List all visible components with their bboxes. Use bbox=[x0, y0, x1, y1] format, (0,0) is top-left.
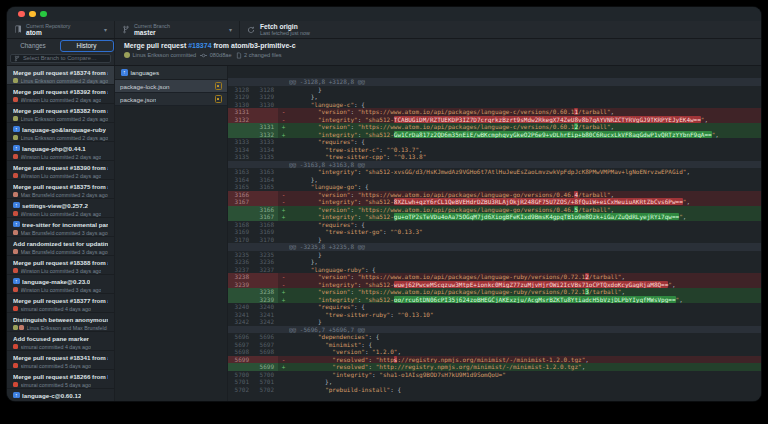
diff-line[interactable]: 31293129 }, bbox=[228, 93, 761, 101]
new-line-number: 3240 bbox=[253, 303, 278, 311]
diff-line[interactable]: 3238- "version": "https://www.atom.io/ap… bbox=[228, 273, 761, 281]
diff-line[interactable]: 32353235 } bbox=[228, 251, 761, 259]
history-commit-item[interactable]: Merge pull request #18266 from Rya… simu… bbox=[7, 370, 114, 389]
new-line-number bbox=[253, 191, 278, 199]
diff-line[interactable]: 31683168 "requires": { bbox=[228, 221, 761, 229]
diff-line[interactable]: 3131- "version": "https://www.atom.io/ap… bbox=[228, 108, 761, 116]
history-commit-item[interactable]: ↑ language-go&language-ruby Linus Erikss… bbox=[7, 123, 114, 142]
diff-line[interactable]: 32373237 "language-ruby": { bbox=[228, 266, 761, 274]
pr-number-link[interactable]: #18374 bbox=[188, 42, 211, 49]
diff-line[interactable]: 3167- "integrity": "sha512-8XZLwh+qzY6rC… bbox=[228, 198, 761, 206]
diff-line[interactable]: 31353135 "tree-sitter-cpp": "^0.13.8" bbox=[228, 153, 761, 161]
diff-line[interactable]: 56965696 "dependencies": { bbox=[228, 333, 761, 341]
diff-line[interactable]: 3239+ "integrity": "sha512-oo/rcu6tDN06c… bbox=[228, 296, 761, 304]
arrow-up-emoji-icon: ↑ bbox=[13, 392, 20, 399]
history-commit-item[interactable]: Distinguish between anonymous * to… Linu… bbox=[7, 313, 114, 332]
diff-line[interactable]: 32363236 }, bbox=[228, 258, 761, 266]
minimize-window-button[interactable] bbox=[29, 11, 36, 18]
history-commit-item[interactable]: Merge pull request #18392 from ato… Wins… bbox=[7, 85, 114, 104]
diff-line[interactable]: 31283128 } bbox=[228, 86, 761, 94]
diff-marker bbox=[278, 243, 289, 251]
commit-author: Linus Eriksson committed bbox=[133, 52, 197, 58]
diff-line[interactable]: 3166- "version": "https://www.atom.io/ap… bbox=[228, 191, 761, 199]
diff-line[interactable]: 56985698 "version": "1.2.0", bbox=[228, 348, 761, 356]
diff-code-text: "language-go": { bbox=[289, 183, 761, 191]
commit-item-meta: Max Brunsfeld committed 3 days ago bbox=[21, 249, 108, 255]
history-commit-item[interactable]: Merge pull request #18374 from ato… Linu… bbox=[7, 66, 114, 85]
diff-code-text: } bbox=[289, 236, 761, 244]
history-commit-item[interactable]: Add randomized test for updating sy… Max… bbox=[7, 237, 114, 256]
tab-history[interactable]: History bbox=[60, 40, 114, 52]
diff-line[interactable]: 31303130 "language-c": { bbox=[228, 101, 761, 109]
history-commit-item[interactable]: Merge pull request #18341 from ato… simu… bbox=[7, 351, 114, 370]
diff-line[interactable]: 31653165 "language-go": { bbox=[228, 183, 761, 191]
diff-line[interactable]: 3132- "integrity": "sha512-TCABUGiDM/RZT… bbox=[228, 116, 761, 124]
commit-sha-icon bbox=[200, 52, 207, 59]
diff-line[interactable]: 31643164 }, bbox=[228, 176, 761, 184]
history-commit-item[interactable]: ↑ settings-view@0.257.2 Winston Liu comm… bbox=[7, 199, 114, 218]
branch-icon bbox=[14, 55, 20, 62]
history-commit-item[interactable]: ↑ language-c@0.60.12 bbox=[7, 389, 114, 401]
history-commit-item[interactable]: ↑ language-php@0.44.1 Winston Liu commit… bbox=[7, 142, 114, 161]
commit-title: Merge pull request #18374 from atom/b3-p… bbox=[124, 42, 752, 49]
old-line-number: 3134 bbox=[228, 146, 253, 154]
close-window-button[interactable] bbox=[18, 11, 25, 18]
commit-item-meta: Winston Liu committed 3 days ago bbox=[21, 287, 102, 293]
avatar bbox=[13, 382, 18, 387]
new-line-number: 5698 bbox=[253, 348, 278, 356]
diff-line[interactable]: 31703170 } bbox=[228, 236, 761, 244]
commit-history-list: Merge pull request #18374 from ato… Linu… bbox=[7, 66, 115, 401]
tab-changes[interactable]: Changes bbox=[7, 39, 59, 52]
repo-name: atom bbox=[26, 29, 70, 37]
avatar-group bbox=[13, 154, 18, 159]
diff-line[interactable]: 31693169 "tree-sitter-go": "^0.13.3" bbox=[228, 228, 761, 236]
avatar-group bbox=[13, 249, 18, 254]
diff-line[interactable]: 57025702 "prebuild-install": { bbox=[228, 386, 761, 394]
commit-sha[interactable]: 080d8ae bbox=[210, 52, 232, 58]
diff-line[interactable]: 3132+ "integrity": "sha512-Gw1CrDa817z2Q… bbox=[228, 131, 761, 139]
diff-line[interactable]: 31333133 "requires": { bbox=[228, 138, 761, 146]
avatar-group bbox=[13, 173, 18, 178]
diff-line[interactable]: 3238+ "version": "https://www.atom.io/ap… bbox=[228, 288, 761, 296]
diff-line[interactable]: 3166+ "version": "https://www.atom.io/ap… bbox=[228, 206, 761, 214]
diff-code-text: } bbox=[289, 318, 761, 326]
diff-marker: - bbox=[278, 191, 289, 199]
fetch-origin-button[interactable]: Fetch origin Last fetched just now bbox=[240, 21, 317, 38]
diff-code-text: "prebuild-install": { bbox=[289, 386, 761, 394]
diff-line[interactable]: 3239- "integrity": "sha512-wuej62PwceMSc… bbox=[228, 281, 761, 289]
history-commit-item[interactable]: Add focused pane marker simurai committe… bbox=[7, 332, 114, 351]
new-line-number: 3242 bbox=[253, 318, 278, 326]
diff-line[interactable]: 32403240 "requires": { bbox=[228, 303, 761, 311]
zoom-window-button[interactable] bbox=[40, 11, 47, 18]
diff-marker: + bbox=[278, 131, 289, 139]
diff-line[interactable]: 31343134 "tree-sitter-c": "^0.13.7", bbox=[228, 146, 761, 154]
history-commit-item[interactable]: ↑ tree-sitter for incremental parsin… Ma… bbox=[7, 218, 114, 237]
current-branch-dropdown[interactable]: Current Branch master ▾ bbox=[115, 21, 240, 38]
diff-line[interactable]: 31633163 "integrity": "sha512-xvsGG/d3/H… bbox=[228, 168, 761, 176]
history-commit-item[interactable]: Merge pull request #18390 from ato… Wins… bbox=[7, 161, 114, 180]
current-repository-dropdown[interactable]: Current Repository atom ▾ bbox=[7, 21, 115, 38]
diff-line[interactable]: 32413241 "tree-sitter-ruby": "^0.13.10" bbox=[228, 311, 761, 319]
history-commit-item[interactable]: Merge pull request #18382 from ato… Linu… bbox=[7, 104, 114, 123]
diff-line[interactable]: 5699+ "resolved": "http://registry.npmjs… bbox=[228, 363, 761, 371]
diff-line[interactable]: 3131+ "version": "https://www.atom.io/ap… bbox=[228, 123, 761, 131]
history-commit-item[interactable]: Merge pull request #18375 from ato… Max … bbox=[7, 180, 114, 199]
avatar bbox=[124, 52, 130, 58]
file-list-item[interactable]: package-lock.json bbox=[115, 80, 227, 93]
diff-line[interactable]: 57015701 }, bbox=[228, 378, 761, 386]
file-list-item[interactable]: package.json bbox=[115, 93, 227, 106]
diff-marker bbox=[278, 371, 289, 379]
diff-line[interactable]: 32423242 } bbox=[228, 318, 761, 326]
avatar bbox=[13, 230, 18, 235]
old-line-number bbox=[228, 131, 253, 139]
history-commit-item[interactable]: Merge pull request #18377 from ato… simu… bbox=[7, 294, 114, 313]
diff-line[interactable]: 3167+ "integrity": "sha512-gu+oTP2sTeVDu… bbox=[228, 213, 761, 221]
compare-branch-input[interactable] bbox=[23, 55, 107, 61]
diff-line[interactable]: 5699- "resolved": "https://registry.npmj… bbox=[228, 356, 761, 364]
diff-line[interactable]: 57005700 "integrity": "sha1-o1AIsg9BOD7s… bbox=[228, 371, 761, 379]
diff-line[interactable]: 56975697 "minimist": { bbox=[228, 341, 761, 349]
history-commit-item[interactable]: ↑ language-make@0.23.0 Winston Liu commi… bbox=[7, 275, 114, 294]
commit-item-title: Add focused pane marker bbox=[13, 335, 89, 342]
history-commit-item[interactable]: Merge pull request #18388 from ato… Wins… bbox=[7, 256, 114, 275]
commit-item-meta: Linus Eriksson committed 2 days ago bbox=[21, 135, 109, 141]
